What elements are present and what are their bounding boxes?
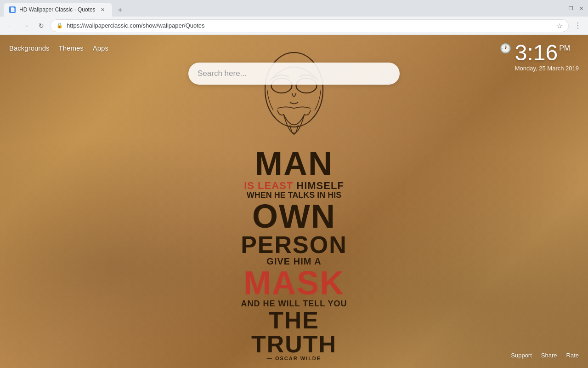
tab-close-button[interactable]: ✕ xyxy=(99,6,107,13)
clock-time: 3:16 PM xyxy=(515,42,579,64)
tab-bar: 📄 HD Wallpaper Classic - Quotes ✕ + xyxy=(4,0,558,17)
url-bar[interactable]: 🔒 https://wallpaperclassic.com/show/wall… xyxy=(51,19,569,32)
nav-link-themes[interactable]: Themes xyxy=(59,44,84,52)
active-tab[interactable]: 📄 HD Wallpaper Classic - Quotes ✕ xyxy=(4,3,112,17)
clock-time-value: 3:16 xyxy=(515,42,558,64)
back-button[interactable]: ← xyxy=(4,19,17,32)
clock-ampm: PM xyxy=(559,45,570,52)
forward-button[interactable]: → xyxy=(19,19,32,32)
quote-own: OWN xyxy=(225,200,363,233)
tab-title: HD Wallpaper Classic - Quotes xyxy=(19,6,96,13)
rate-link[interactable]: Rate xyxy=(566,352,579,359)
quote-artwork: MAN IS LEAST HIMSELF WHEN HE TALKS IN HI… xyxy=(225,35,363,368)
minimize-button[interactable]: – xyxy=(558,5,564,12)
search-container xyxy=(188,63,400,85)
lock-icon: 🔒 xyxy=(57,23,63,29)
mask-illustration xyxy=(253,44,335,152)
page-content: Backgrounds Themes Apps 🕐 3:16 PM Monday… xyxy=(0,35,588,368)
new-tab-button[interactable]: + xyxy=(114,4,127,17)
quote-mask: MASK xyxy=(225,266,363,299)
clock-icon: 🕐 xyxy=(500,43,511,54)
clock-date: Monday, 25 March 2019 xyxy=(515,65,579,72)
bookmark-icon[interactable]: ☆ xyxy=(557,22,563,29)
search-bar xyxy=(188,63,400,85)
window-controls: – ❐ ✕ xyxy=(558,5,584,12)
nav-links: Backgrounds Themes Apps xyxy=(9,44,108,52)
quote-text: MAN IS LEAST HIMSELF WHEN HE TALKS IN HI… xyxy=(225,147,363,361)
quote-person: PERSON xyxy=(225,233,363,257)
bottom-links: Support Share Rate xyxy=(511,352,579,359)
support-link[interactable]: Support xyxy=(511,352,532,359)
address-bar: ← → ↻ 🔒 https://wallpaperclassic.com/sho… xyxy=(0,17,588,35)
nav-link-apps[interactable]: Apps xyxy=(93,44,108,52)
search-input[interactable] xyxy=(198,69,390,78)
tab-favicon: 📄 xyxy=(9,6,16,13)
close-button[interactable]: ✕ xyxy=(578,5,584,12)
clock-widget: 🕐 3:16 PM Monday, 25 March 2019 xyxy=(500,42,579,72)
maximize-button[interactable]: ❐ xyxy=(568,5,574,12)
browser-frame: 📄 HD Wallpaper Classic - Quotes ✕ + – ❐ … xyxy=(0,0,588,368)
quote-truth: THE TRUTH xyxy=(225,308,363,356)
chrome-menu-button[interactable]: ⋮ xyxy=(571,19,584,32)
quote-man: MAN xyxy=(225,147,363,180)
refresh-button[interactable]: ↻ xyxy=(35,19,48,32)
share-link[interactable]: Share xyxy=(541,352,557,359)
url-text: https://wallpaperclassic.com/show/wallpa… xyxy=(67,22,553,29)
quote-is-least-red: IS LEAST xyxy=(244,180,293,191)
clock-info: 3:16 PM Monday, 25 March 2019 xyxy=(515,42,579,72)
quote-himself: HIMSELF xyxy=(296,180,344,191)
quote-author: — OSCAR WILDE xyxy=(225,356,363,362)
quote-is-least: IS LEAST HIMSELF xyxy=(225,180,363,191)
nav-link-backgrounds[interactable]: Backgrounds xyxy=(9,44,50,52)
title-bar: 📄 HD Wallpaper Classic - Quotes ✕ + – ❐ … xyxy=(0,0,588,17)
